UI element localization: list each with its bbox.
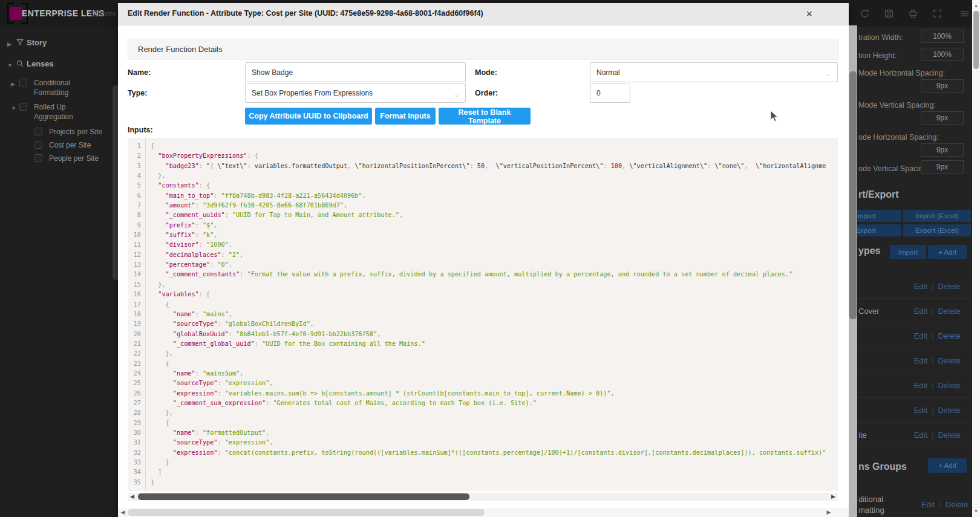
delete-link[interactable]: Delete <box>938 406 961 415</box>
setting-value[interactable]: 9px <box>921 160 964 174</box>
delete-link[interactable]: Delete <box>938 307 961 316</box>
import-export-heading: rt/Export <box>858 189 899 200</box>
setting-value[interactable]: 100% <box>921 30 964 43</box>
code-line: "badge23": "{ \"text\": variables.format… <box>146 161 838 171</box>
scroll-left-arrow-icon[interactable]: ◀ <box>119 509 127 516</box>
code-line: } <box>146 458 838 467</box>
row-actions: Edit|Delete <box>914 282 961 291</box>
dialog-scrollbar-thumb[interactable] <box>849 71 857 319</box>
setting-value[interactable]: 100% <box>921 48 964 61</box>
edit-link[interactable]: Edit <box>914 356 927 365</box>
types-heading: ypes <box>858 245 880 256</box>
line-number: 14 <box>128 270 145 279</box>
checkbox[interactable] <box>19 103 27 111</box>
sidebar-item-conditional-formatting[interactable]: ▶ Conditional Formatting <box>11 78 92 97</box>
edit-link[interactable]: Edit <box>914 406 927 415</box>
dialog-scrollbar-thumb[interactable] <box>128 509 485 516</box>
setting-value[interactable]: 9px <box>921 143 964 157</box>
scroll-right-arrow-icon[interactable]: ▶ <box>829 493 837 501</box>
page-scrollbar[interactable]: ▲ ▼ <box>972 0 980 517</box>
edit-link[interactable]: Edit <box>914 431 927 440</box>
code-line: }, <box>146 349 838 359</box>
divider: | <box>939 500 941 509</box>
setting-value[interactable]: 9px <box>921 111 964 125</box>
delete-link[interactable]: Delete <box>938 331 961 340</box>
code-line: "name": "mainsSum", <box>146 369 838 379</box>
edit-link[interactable]: Edit <box>914 282 927 291</box>
expand-icon[interactable] <box>932 8 942 19</box>
chevron-right-icon[interactable]: ▶ <box>11 79 19 89</box>
sidebar-item-cost-per-site[interactable]: Cost per Site <box>34 140 91 150</box>
line-number: 31 <box>128 438 145 447</box>
save-icon[interactable] <box>884 8 894 19</box>
import-excel-button[interactable]: Import (Excel) <box>903 210 971 222</box>
sidebar-item-lenses[interactable]: ▼ Lenses <box>7 59 54 70</box>
delete-link[interactable]: Delete <box>938 282 961 291</box>
editor-horizontal-scrollbar[interactable]: ◀ ▶ <box>128 493 838 501</box>
edit-link[interactable]: Edit <box>921 500 935 509</box>
close-icon[interactable]: × <box>806 7 812 21</box>
export-button[interactable]: Export <box>857 224 901 236</box>
dialog-horizontal-scrollbar[interactable]: ◀ ▶ <box>118 508 849 517</box>
line-number: 2 <box>128 151 145 161</box>
delete-link[interactable]: Delete <box>938 381 961 390</box>
scroll-left-arrow-icon[interactable]: ◀ <box>128 493 136 501</box>
types-add-button[interactable]: + Add <box>928 245 967 259</box>
order-input[interactable] <box>590 83 630 103</box>
dialog-vertical-scrollbar[interactable] <box>849 25 857 517</box>
mode-label: Mode: <box>475 68 497 77</box>
types-import-button[interactable]: Import <box>890 245 926 259</box>
scroll-down-arrow-icon[interactable]: ▼ <box>972 507 980 515</box>
line-number: 25 <box>128 379 145 388</box>
scroll-right-arrow-icon[interactable]: ▶ <box>825 509 833 516</box>
chevron-right-icon[interactable]: ▶ <box>7 39 16 49</box>
code-line: "_comment_constants": "Format the value … <box>146 270 838 279</box>
menu-icon[interactable] <box>959 8 970 19</box>
code-line: "constants": { <box>146 181 838 190</box>
edit-link[interactable]: Edit <box>914 331 927 340</box>
checkbox[interactable] <box>34 128 42 135</box>
line-number: 24 <box>128 369 145 379</box>
line-number: 27 <box>128 398 145 408</box>
code-line: "_comment_sum_expression": "Generates to… <box>146 398 838 408</box>
setting-label: tration Width: <box>858 33 903 42</box>
mode-select[interactable]: Normal ⌄ <box>590 62 838 82</box>
delete-link[interactable]: Delete <box>938 431 961 440</box>
scroll-up-arrow-icon[interactable]: ▲ <box>972 2 980 10</box>
name-input[interactable] <box>245 62 466 82</box>
chevron-down-icon[interactable]: ▼ <box>11 103 19 113</box>
format-inputs-button[interactable]: Format Inputs <box>375 108 436 125</box>
checkbox[interactable] <box>34 141 42 149</box>
copy-attribute-uuid-button[interactable]: Copy Attribute UUID to Clipboard <box>245 108 372 125</box>
sidebar-item-story[interactable]: ▶ Story <box>7 38 47 49</box>
editor-scrollbar-thumb[interactable] <box>138 493 469 500</box>
sidebar-item-projects-per-site[interactable]: Projects per Site <box>34 127 102 137</box>
refresh-icon[interactable] <box>860 8 870 19</box>
groups-add-button[interactable]: + Add <box>928 458 967 473</box>
line-number: 15 <box>128 280 145 290</box>
divider: | <box>932 307 933 316</box>
list-item: Edit|Delete <box>857 348 972 373</box>
checkbox[interactable] <box>19 79 27 86</box>
edit-link[interactable]: Edit <box>914 381 927 390</box>
import-button[interactable]: Import <box>857 210 901 222</box>
setting-value[interactable]: 9px <box>921 79 964 93</box>
export-excel-button[interactable]: Export (Excel) <box>903 224 971 236</box>
page-scrollbar-thumb[interactable] <box>973 11 979 69</box>
sidebar-item-rolled-up-aggregation[interactable]: ▼ Rolled Up Aggregation <box>11 102 92 122</box>
type-select[interactable]: Set Box Properties From Expressions ⌄ <box>245 83 466 103</box>
divider: | <box>932 356 933 365</box>
delete-link[interactable]: Delete <box>938 356 961 365</box>
edit-link[interactable]: Edit <box>914 307 927 316</box>
delete-link[interactable]: Delete <box>946 500 969 509</box>
inputs-code-editor[interactable]: 1234567891011121314151617181920212223242… <box>128 138 838 491</box>
divider: | <box>932 406 933 415</box>
sidebar-item-people-per-site[interactable]: People per Site <box>34 154 99 163</box>
chevron-down-icon[interactable]: ▼ <box>7 60 16 70</box>
line-number: 8 <box>128 210 145 220</box>
code-line: "percentage": "0", <box>146 260 838 270</box>
checkbox[interactable] <box>34 154 42 162</box>
dialog-header: Edit Render Function - Attribute Type: C… <box>118 3 849 25</box>
reset-to-blank-template-button[interactable]: Reset to Blank Template <box>439 108 531 125</box>
print-icon[interactable] <box>908 8 918 19</box>
